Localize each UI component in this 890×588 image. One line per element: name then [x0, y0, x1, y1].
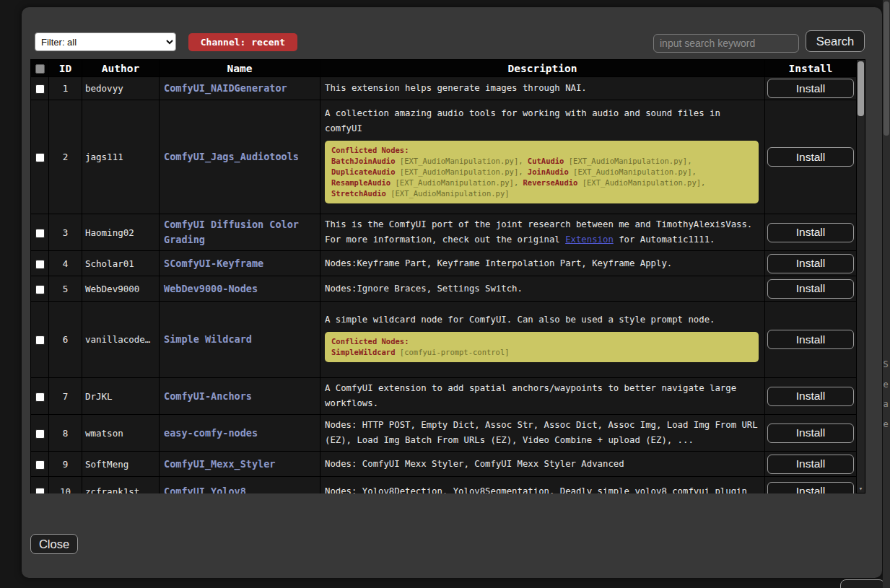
extension-link[interactable]: Extension: [565, 234, 614, 245]
table-row: 1 bedovyy ComfyUI_NAIDGenerator This ext…: [31, 77, 857, 100]
row-id: 6: [49, 302, 82, 378]
conflict-ext: [EXT_AudioManipulation.py],: [583, 178, 706, 187]
row-name: ComfyUI_NAIDGenerator: [160, 77, 320, 100]
conflict-node-name: SimpleWildcard: [331, 348, 396, 356]
install-button[interactable]: Install: [767, 279, 854, 299]
table-scrollbar-thumb[interactable]: [858, 61, 864, 116]
column-header-description: Description: [320, 60, 765, 77]
table-row: 7 DrJKL ComfyUI-Anchors A ComfyUI extens…: [31, 378, 857, 415]
row-author: Haoming02: [82, 214, 160, 251]
table-row: 3 Haoming02 ComfyUI Diffusion Color Grad…: [31, 214, 857, 251]
install-button[interactable]: Install: [767, 223, 854, 242]
row-description: This extension helps generate images thr…: [320, 77, 765, 100]
row-description: This is the ComfyUI port of the joint re…: [320, 214, 765, 251]
close-button[interactable]: Close: [30, 534, 78, 554]
row-checkbox[interactable]: [35, 488, 45, 494]
conflict-warning: Conflicted Nodes: SimpleWildcard [comfyu…: [325, 332, 759, 362]
row-id: 1: [49, 77, 82, 100]
conflict-node-name: DuplicateAudio: [331, 167, 396, 176]
background-text-fragment: a: [881, 399, 890, 409]
row-id: 9: [49, 452, 82, 477]
row-description: Nodes: Yolov8Detection, Yolov8Segmentati…: [320, 477, 765, 494]
conflict-node-name: ResampleAudio: [331, 178, 391, 187]
row-author: SoftMeng: [82, 452, 160, 477]
row-name: ComfyUI Yolov8: [160, 477, 320, 494]
install-button[interactable]: Install: [767, 79, 854, 98]
conflict-ext: [EXT_AudioManipulation.py],: [400, 167, 523, 176]
row-author: bedovyy: [82, 77, 160, 100]
row-checkbox[interactable]: [35, 335, 45, 345]
custom-nodes-table: ID Author Name Description Install 1 bed…: [30, 59, 865, 493]
row-author: zcfrank1st: [82, 477, 160, 494]
table-scrollbar[interactable]: ▾: [856, 59, 865, 493]
conflict-warning: Conflicted Nodes: BatchJoinAudio [EXT_Au…: [325, 141, 759, 203]
column-header-author: Author: [82, 60, 160, 77]
conflict-node-name: ReverseAudio: [523, 178, 578, 187]
row-name: WebDev9000-Nodes: [160, 276, 320, 302]
install-button[interactable]: Install: [767, 387, 854, 406]
table-header-row: ID Author Name Description Install: [31, 60, 857, 77]
conflict-node-name: CutAudio: [528, 157, 564, 165]
install-button[interactable]: Install: [767, 147, 854, 167]
install-button[interactable]: Install: [767, 424, 854, 443]
conflict-ext: [EXT_AudioManipulation.py]: [391, 189, 509, 198]
row-checkbox[interactable]: [35, 285, 45, 294]
conflict-ext: [EXT_AudioManipulation.py],: [569, 157, 692, 165]
row-id: 8: [49, 415, 82, 452]
row-name: ComfyUI-Anchors: [160, 378, 320, 415]
search-input[interactable]: [653, 34, 799, 53]
row-description: Nodes:Ignore Braces, Settings Switch.: [320, 276, 765, 302]
row-checkbox[interactable]: [35, 392, 45, 402]
table-row: 9 SoftMeng ComfyUI_Mexx_Styler Nodes: Co…: [31, 452, 857, 477]
row-description: A ComfyUI extension to add spatial ancho…: [320, 378, 765, 415]
row-checkbox[interactable]: [35, 153, 45, 162]
row-id: 4: [49, 251, 82, 276]
conflict-title: Conflicted Nodes:: [331, 337, 409, 346]
filter-select[interactable]: Filter: all: [35, 32, 176, 51]
table-row: 5 WebDev9000 WebDev9000-Nodes Nodes:Igno…: [31, 276, 857, 302]
partial-button[interactable]: [840, 579, 885, 588]
conflict-node-name: BatchJoinAudio: [331, 157, 396, 165]
scroll-down-icon[interactable]: ▾: [857, 486, 865, 492]
row-description: A collection amazing audio tools for wor…: [320, 100, 765, 214]
row-id: 3: [49, 214, 82, 251]
row-checkbox[interactable]: [35, 460, 45, 470]
page-scrollbar[interactable]: [883, 0, 890, 588]
select-all-checkbox[interactable]: [35, 64, 45, 74]
row-author: vanillacode…: [82, 302, 160, 378]
install-button[interactable]: Install: [767, 482, 854, 494]
row-id: 5: [49, 276, 82, 302]
install-custom-nodes-dialog: Filter: all Channel: recent Search ID Au…: [22, 7, 882, 578]
row-checkbox[interactable]: [35, 84, 45, 94]
search-button[interactable]: Search: [806, 30, 865, 52]
conflict-ext: [EXT_AudioManipulation.py],: [573, 167, 697, 176]
row-description: Nodes: ComfyUI Mexx Styler, ComfyUI Mexx…: [320, 452, 765, 477]
row-name: ComfyUI_Mexx_Styler: [160, 452, 320, 477]
install-button[interactable]: Install: [767, 254, 854, 273]
row-description: Nodes: HTTP POST, Empty Dict, Assoc Str,…: [320, 415, 765, 452]
row-name: easy-comfy-nodes: [160, 415, 320, 452]
row-id: 7: [49, 378, 82, 415]
conflict-ext: [EXT_AudioManipulation.py],: [396, 178, 519, 187]
row-checkbox[interactable]: [35, 260, 45, 269]
row-name: ComfyUI_Jags_Audiotools: [160, 100, 320, 214]
install-button[interactable]: Install: [767, 330, 854, 349]
column-header-id: ID: [49, 60, 82, 77]
row-description: Nodes:Keyframe Part, Keyframe Interpolat…: [320, 251, 765, 276]
install-button[interactable]: Install: [767, 455, 854, 474]
row-checkbox[interactable]: [35, 229, 45, 238]
conflict-ext: [comfyui-prompt-control]: [400, 348, 510, 356]
conflict-title: Conflicted Nodes:: [331, 146, 409, 154]
channel-badge: Channel: recent: [188, 33, 297, 51]
row-author: Scholar01: [82, 251, 160, 276]
page-scrollbar-thumb[interactable]: [884, 1, 889, 136]
background-text-fragment: S: [881, 359, 890, 369]
row-name: ComfyUI Diffusion Color Grading: [160, 214, 320, 251]
row-author: WebDev9000: [82, 276, 160, 302]
row-name: SComfyUI-Keyframe: [160, 251, 320, 276]
row-checkbox[interactable]: [35, 429, 45, 439]
row-id: 10: [49, 477, 82, 494]
table-row: 4 Scholar01 SComfyUI-Keyframe Nodes:Keyf…: [31, 251, 857, 276]
conflict-node-name: StretchAudio: [331, 189, 386, 198]
table-row: 8 wmatson easy-comfy-nodes Nodes: HTTP P…: [31, 415, 857, 452]
